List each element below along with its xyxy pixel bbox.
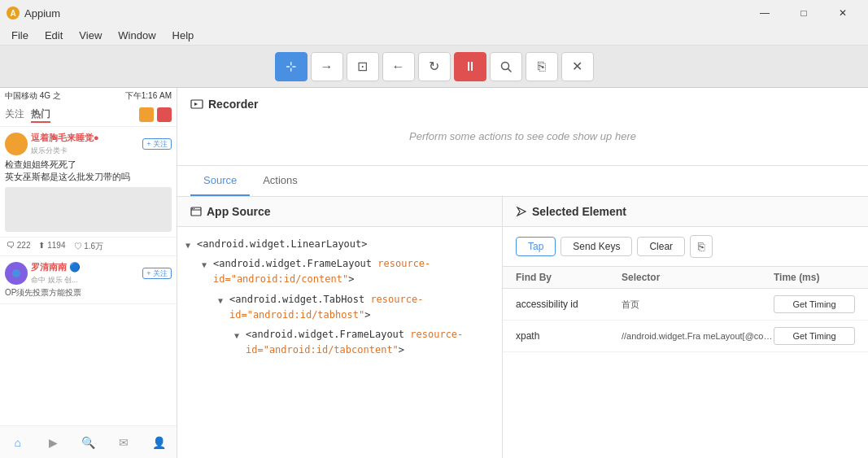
badge-icon-1 <box>139 107 154 122</box>
menu-window[interactable]: Window <box>110 28 164 43</box>
col-find-by: Find By <box>516 272 622 283</box>
tree-node-framelayout2: ▼ <android.widget.FrameLayout resource-i… <box>233 326 495 359</box>
menu-help[interactable]: Help <box>164 28 203 43</box>
follow-btn-2[interactable]: + 关注 <box>142 268 172 279</box>
phone-nav-video[interactable]: ▶ <box>45 434 61 451</box>
recorder-icon <box>190 98 203 111</box>
app-source-header: App Source <box>177 197 502 227</box>
phone-nav-search[interactable]: 🔍 <box>80 434 96 451</box>
bottom-split: App Source ▼ <android.widget.LinearLayou… <box>177 197 868 458</box>
tree-tag-1: <android.widget.LinearLayout> <box>197 237 368 252</box>
menu-file[interactable]: File <box>3 28 37 43</box>
app-source-icon <box>190 206 202 217</box>
clear-button[interactable]: Clear <box>637 237 685 256</box>
phone-status-bar: 中国移动 4G 之 下午1:16 AM <box>0 88 177 104</box>
tree-node-linearlayout: ▼ <android.widget.LinearLayout> ▼ <andro… <box>184 236 495 359</box>
username-2: 罗清南南 🔵 <box>31 261 81 273</box>
find-by-2: xpath <box>516 330 622 342</box>
table-row-1: accessibility id 首页 Get Timing <box>503 289 868 321</box>
right-panel: Recorder Perform some actions to see cod… <box>177 88 868 458</box>
selected-element-icon <box>516 206 527 217</box>
phone-panel: 中国移动 4G 之 下午1:16 AM 关注 热门 逗着胸毛来睡觉● 娱乐分类 <box>0 88 177 458</box>
table-row-2: xpath //android.widget.Fra meLayout[@con… <box>503 321 868 352</box>
phone-nav-profile[interactable]: 👤 <box>150 434 167 451</box>
stat-3: ♡ 1.6万 <box>74 241 104 252</box>
svg-point-5 <box>192 208 193 209</box>
tree-children-3: ▼ <android.widget.FrameLayout resource-i… <box>233 326 495 359</box>
table-header: Find By Selector Time (ms) <box>503 267 868 289</box>
phone-tab-hot[interactable]: 热门 <box>31 107 50 123</box>
user-sub-2: 命中 娱乐 创... <box>31 275 81 286</box>
tab-actions[interactable]: Actions <box>250 166 311 196</box>
toolbar: ⊹ → ⊡ ← ↻ ⏸ ⎘ ✕ <box>0 46 868 88</box>
copy-element-button[interactable]: ⎘ <box>690 235 713 258</box>
recorder-placeholder: Perform some actions to see code show up… <box>190 117 855 155</box>
phone-nav-mail[interactable]: ✉ <box>116 434 132 451</box>
source-tree: ▼ <android.widget.LinearLayout> ▼ <andro… <box>177 227 502 458</box>
screenshot-button[interactable]: ⊡ <box>347 52 379 81</box>
tree-toggle-1[interactable]: ▼ <box>185 239 194 252</box>
tree-tag-3: <android.widget.TabHost resource-id="and… <box>229 292 494 323</box>
col-selector: Selector <box>622 272 774 283</box>
window-controls: — □ ✕ <box>746 0 861 26</box>
tree-toggle-2[interactable]: ▼ <box>202 259 210 272</box>
pause-button[interactable]: ⏸ <box>454 52 486 81</box>
app-icon: A <box>7 7 20 20</box>
phone-post-2: 罗清南南 🔵 命中 娱乐 创... + 关注 OP须先投票方能投票 <box>0 256 177 304</box>
tab-source[interactable]: Source <box>190 166 250 196</box>
tree-toggle-4[interactable]: ▼ <box>234 329 242 342</box>
tap-button[interactable]: Tap <box>516 237 556 256</box>
phone-bottom-bar: ⌂ ▶ 🔍 ✉ 👤 <box>0 425 177 458</box>
get-timing-btn-1[interactable]: Get Timing <box>774 295 855 313</box>
tree-node-tabhost: ▼ <android.widget.TabHost resource-id="a… <box>216 291 495 360</box>
close-button[interactable]: ✕ <box>824 0 861 26</box>
refresh-button[interactable]: ↻ <box>418 52 451 81</box>
menu-edit[interactable]: Edit <box>37 28 71 43</box>
send-keys-button[interactable]: Send Keys <box>560 237 632 256</box>
recorder-title: Recorder <box>190 98 855 111</box>
user-avatar-1 <box>5 133 28 155</box>
title-bar: A Appium — □ ✕ <box>0 0 868 26</box>
maximize-button[interactable]: □ <box>785 0 822 26</box>
col-time: Time (ms) <box>774 272 855 283</box>
phone-nav-tabs: 关注 热门 <box>0 104 177 127</box>
app-title: Appium <box>24 7 746 20</box>
element-actions: Tap Send Keys Clear ⎘ <box>503 227 868 267</box>
menu-view[interactable]: View <box>71 28 110 43</box>
phone-nav-home[interactable]: ⌂ <box>10 434 26 451</box>
tree-children-2: ▼ <android.widget.TabHost resource-id="a… <box>216 291 495 360</box>
selector-2: //android.widget.Fra meLayout[@content-. <box>622 331 774 341</box>
tabs-bar: Source Actions <box>177 166 868 197</box>
close-inspector-button[interactable]: ✕ <box>561 52 594 81</box>
get-timing-btn-2[interactable]: Get Timing <box>774 327 855 345</box>
swipe-button[interactable]: → <box>311 52 343 81</box>
tree-toggle-3[interactable]: ▼ <box>218 294 226 308</box>
username-1: 逗着胸毛来睡觉● <box>31 132 99 144</box>
stats-bar: 🗨 222 ⬆ 1194 ♡ 1.6万 <box>0 238 177 256</box>
stat-1: 🗨 222 <box>7 241 30 252</box>
phone-screenshot: 中国移动 4G 之 下午1:16 AM 关注 热门 逗着胸毛来睡觉● 娱乐分类 <box>0 88 177 458</box>
find-by-table: Find By Selector Time (ms) accessibility… <box>503 267 868 458</box>
svg-point-6 <box>194 208 194 209</box>
badge-icon-2 <box>157 107 172 122</box>
search-button[interactable] <box>490 52 522 81</box>
phone-tab-follow[interactable]: 关注 <box>5 107 24 123</box>
selector-1: 首页 <box>622 299 774 311</box>
main-content: 中国移动 4G 之 下午1:16 AM 关注 热门 逗着胸毛来睡觉● 娱乐分类 <box>0 88 868 458</box>
recorder-section: Recorder Perform some actions to see cod… <box>177 88 868 166</box>
select-elements-button[interactable]: ⊹ <box>275 52 308 81</box>
copy-xml-button[interactable]: ⎘ <box>526 52 558 81</box>
menu-bar: File Edit View Window Help <box>0 26 868 46</box>
minimize-button[interactable]: — <box>746 0 783 26</box>
user-sub-1: 娱乐分类卡 <box>31 146 99 156</box>
find-by-1: accessibility id <box>516 299 622 310</box>
back-button[interactable]: ← <box>382 52 415 81</box>
svg-marker-7 <box>517 207 526 216</box>
tree-children-1: ▼ <android.widget.FrameLayout resource-i… <box>200 255 495 359</box>
tree-node-framelayout: ▼ <android.widget.FrameLayout resource-i… <box>200 255 495 359</box>
post-image-1 <box>5 187 172 232</box>
post-text-2: OP须先投票方能投票 <box>5 287 172 299</box>
phone-post-1: 逗着胸毛来睡觉● 娱乐分类卡 + 关注 检查姐姐终死死了英女巫斯都是这么批发刀带… <box>0 127 177 238</box>
selected-element-header: Selected Element <box>503 197 868 227</box>
follow-btn-1[interactable]: + 关注 <box>142 138 172 150</box>
